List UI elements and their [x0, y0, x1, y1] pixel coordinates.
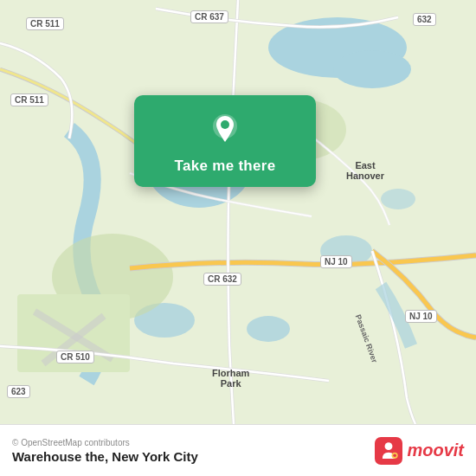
moovit-text: moovit [407, 441, 464, 460]
attribution-text: © OpenStreetMap contributors [12, 438, 198, 447]
location-info: © OpenStreetMap contributors Warehouse t… [12, 438, 198, 464]
road-label-cr511-left: CR 511 [10, 93, 48, 106]
road-label-632-top: 632 [413, 13, 436, 26]
road-label-cr632: CR 632 [203, 273, 241, 286]
road-label-cr511-top: CR 511 [26, 17, 64, 30]
svg-point-7 [333, 50, 411, 88]
place-label-east-hanover: East Hanover [346, 160, 384, 181]
svg-point-18 [394, 453, 397, 457]
road-label-cr637: CR 637 [190, 10, 228, 23]
svg-point-4 [247, 316, 290, 342]
place-label-florham-park: Florham Park [212, 368, 249, 389]
map-container: CR 511 CR 637 CR 511 CR 632 NJ 10 NJ 10 … [0, 0, 476, 424]
moovit-logo: moovit [375, 437, 464, 465]
location-name: Warehouse the, New York City [12, 449, 198, 464]
location-pin-icon [206, 111, 244, 149]
take-me-there-button[interactable]: Take me there [175, 158, 276, 175]
svg-point-16 [385, 442, 393, 450]
road-label-cr623: 623 [7, 385, 30, 398]
action-card: Take me there [134, 95, 316, 187]
road-label-nj10-right: NJ 10 [320, 255, 352, 268]
road-label-cr510: CR 510 [56, 351, 94, 363]
svg-point-6 [381, 189, 415, 209]
moovit-icon [375, 437, 402, 465]
road-label-nj10-bottom: NJ 10 [405, 310, 437, 323]
svg-point-14 [221, 120, 229, 129]
svg-rect-15 [375, 437, 402, 465]
bottom-bar: © OpenStreetMap contributors Warehouse t… [0, 424, 476, 476]
